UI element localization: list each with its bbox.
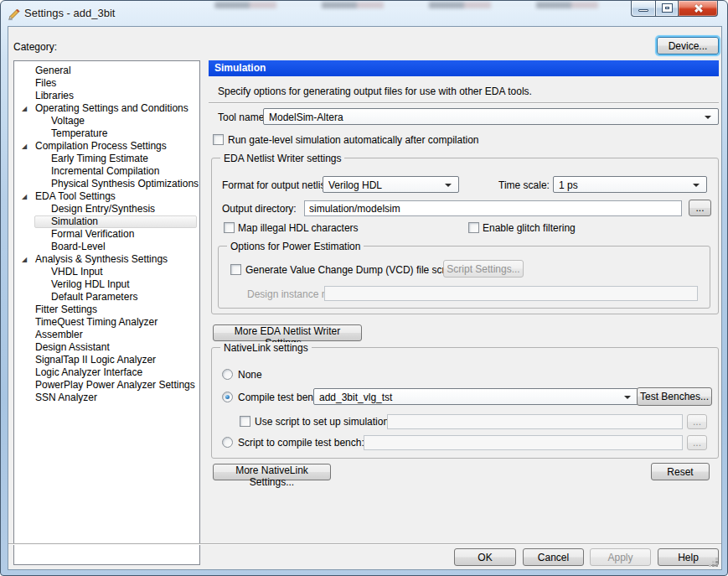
chevron-down-icon [693, 184, 700, 187]
tree-expand-icon[interactable]: ◢ [22, 190, 27, 203]
tree-item-label: Physical Synthesis Optimizations [51, 178, 199, 190]
test-benches-button[interactable]: Test Benches... [637, 387, 712, 406]
tree-item-label: Fitter Settings [35, 304, 97, 316]
tree-item-powerplay-power-analyzer-settings[interactable]: PowerPlay Power Analyzer Settings [14, 379, 199, 392]
more-nativelink-settings-button[interactable]: More NativeLink Settings... [213, 464, 331, 480]
titlebar[interactable]: Settings - add_3bit [1, 1, 727, 26]
dialog-body: Category: Device... GeneralFilesLibrarie… [8, 26, 722, 570]
tree-item-design-assistant[interactable]: Design Assistant [14, 341, 199, 354]
category-label: Category: [13, 41, 57, 53]
tree-item-formal-verification[interactable]: Formal Verification [14, 228, 199, 241]
close-icon [693, 3, 704, 14]
tree-item-board-level[interactable]: Board-Level [14, 241, 199, 253]
eda-netlist-group-title: EDA Netlist Writer settings [220, 153, 344, 164]
time-scale-select[interactable]: 1 ps [553, 176, 707, 193]
use-script-checkbox[interactable] [240, 416, 250, 427]
ok-button[interactable]: OK [454, 548, 516, 566]
tree-item-ssn-analyzer[interactable]: SSN Analyzer [14, 392, 199, 404]
output-directory-browse-button[interactable]: ... [689, 200, 711, 216]
apply-button[interactable]: Apply [590, 548, 651, 566]
tree-item-libraries[interactable]: Libraries [14, 90, 199, 102]
more-eda-netlist-settings-button[interactable]: More EDA Netlist Writer Settings... [213, 324, 362, 341]
design-instance-field[interactable] [324, 286, 698, 301]
script-compile-label: Script to compile test bench: [238, 437, 364, 449]
tree-item-signaltap-ii-logic-analyzer[interactable]: SignalTap II Logic Analyzer [14, 354, 199, 366]
use-script-browse-button[interactable]: ... [687, 414, 707, 429]
tree-item-label: Temperature [51, 127, 107, 140]
tree-item-physical-synthesis-optimizations[interactable]: Physical Synthesis Optimizations [14, 178, 199, 190]
reset-button[interactable]: Reset [651, 463, 710, 480]
tree-item-label: PowerPlay Power Analyzer Settings [35, 379, 195, 392]
tree-item-general[interactable]: General [14, 65, 199, 77]
test-bench-select[interactable]: add_3bit_vlg_tst [313, 388, 638, 405]
glitch-filtering-checkbox[interactable] [468, 222, 479, 233]
tool-name-select[interactable]: ModelSim-Altera [263, 108, 719, 125]
maximize-button[interactable] [655, 1, 679, 17]
tree-expand-icon[interactable]: ◢ [22, 253, 27, 266]
tree-item-compilation-process-settings[interactable]: ◢Compilation Process Settings [14, 140, 199, 153]
tree-item-simulation[interactable]: Simulation [14, 215, 199, 228]
tree-item-incremental-compilation[interactable]: Incremental Compilation [14, 165, 199, 178]
tree-item-label: Default Parameters [51, 291, 137, 304]
tree-item-label: Design Assistant [35, 341, 110, 354]
tree-expand-icon[interactable]: ◢ [22, 140, 27, 153]
tree-item-label: Verilog HDL Input [51, 278, 130, 291]
map-illegal-checkbox[interactable] [224, 222, 235, 233]
tree-item-logic-analyzer-interface[interactable]: Logic Analyzer Interface [14, 366, 199, 379]
tree-item-temperature[interactable]: Temperature [14, 127, 199, 140]
vcd-label: Generate Value Change Dump (VCD) file sc… [245, 264, 456, 276]
vcd-checkbox[interactable] [230, 264, 241, 275]
format-label: Format for output netlist: [222, 179, 331, 191]
tree-item-label: Compilation Process Settings [35, 140, 167, 153]
nativelink-none-radio[interactable] [222, 369, 233, 380]
output-directory-label: Output directory: [222, 203, 297, 215]
output-directory-field[interactable]: simulation/modelsim [304, 200, 682, 216]
chevron-down-icon [445, 184, 452, 187]
tree-item-label: Voltage [51, 115, 85, 127]
tree-item-verilog-hdl-input[interactable]: Verilog HDL Input [14, 278, 199, 291]
tree-item-label: Incremental Compilation [51, 165, 159, 178]
tree-item-label: Logic Analyzer Interface [35, 366, 142, 379]
script-compile-radio[interactable] [222, 437, 233, 448]
tree-item-label: Assembler [35, 329, 83, 341]
use-script-field[interactable] [387, 414, 683, 429]
tree-item-label: Early Timing Estimate [51, 153, 148, 165]
help-button[interactable]: Help [658, 548, 719, 566]
script-compile-field[interactable] [364, 435, 683, 450]
tree-item-design-entry-synthesis[interactable]: Design Entry/Synthesis [14, 203, 199, 215]
maximize-icon [663, 4, 672, 12]
tree-item-eda-tool-settings[interactable]: ◢EDA Tool Settings [14, 190, 199, 203]
window-title: Settings - add_3bit [24, 7, 115, 19]
resize-grip[interactable] [715, 564, 718, 567]
settings-window: Settings - add_3bit Category: Device... … [0, 0, 728, 576]
tree-item-analysis-synthesis-settings[interactable]: ◢Analysis & Synthesis Settings [14, 253, 199, 266]
glitch-filtering-label: Enable glitch filtering [483, 222, 576, 234]
run-gate-level-label: Run gate-level simulation automatically … [228, 134, 478, 146]
tree-item-default-parameters[interactable]: Default Parameters [14, 291, 199, 304]
run-gate-level-checkbox[interactable] [213, 134, 224, 145]
panel-header: Simulation [209, 60, 719, 76]
tree-item-vhdl-input[interactable]: VHDL Input [14, 266, 199, 278]
script-settings-button[interactable]: Script Settings... [443, 260, 524, 278]
device-button[interactable]: Device... [657, 37, 719, 54]
script-compile-browse-button[interactable]: ... [687, 435, 707, 450]
compile-test-bench-radio[interactable] [222, 392, 233, 402]
tree-item-fitter-settings[interactable]: Fitter Settings [14, 304, 199, 316]
tree-item-operating-settings-and-conditions[interactable]: ◢Operating Settings and Conditions [14, 102, 199, 115]
nativelink-group-title: NativeLink settings [220, 342, 312, 354]
tree-item-timequest-timing-analyzer[interactable]: TimeQuest Timing Analyzer [14, 316, 199, 329]
format-select[interactable]: Verilog HDL [323, 176, 459, 193]
time-scale-label: Time scale: [498, 179, 550, 191]
tree-item-voltage[interactable]: Voltage [14, 115, 199, 127]
tree-item-early-timing-estimate[interactable]: Early Timing Estimate [14, 153, 199, 165]
cancel-button[interactable]: Cancel [523, 548, 584, 566]
close-button[interactable] [679, 1, 718, 17]
minimize-button[interactable] [631, 1, 655, 17]
tree-item-assembler[interactable]: Assembler [14, 329, 199, 341]
tree-item-label: EDA Tool Settings [35, 190, 116, 203]
use-script-label: Use script to set up simulation: [255, 416, 391, 428]
category-tree: GeneralFilesLibraries◢Operating Settings… [13, 60, 200, 565]
tree-item-files[interactable]: Files [14, 77, 199, 90]
tree-expand-icon[interactable]: ◢ [22, 102, 27, 115]
map-illegal-label: Map illegal HDL characters [238, 222, 359, 234]
